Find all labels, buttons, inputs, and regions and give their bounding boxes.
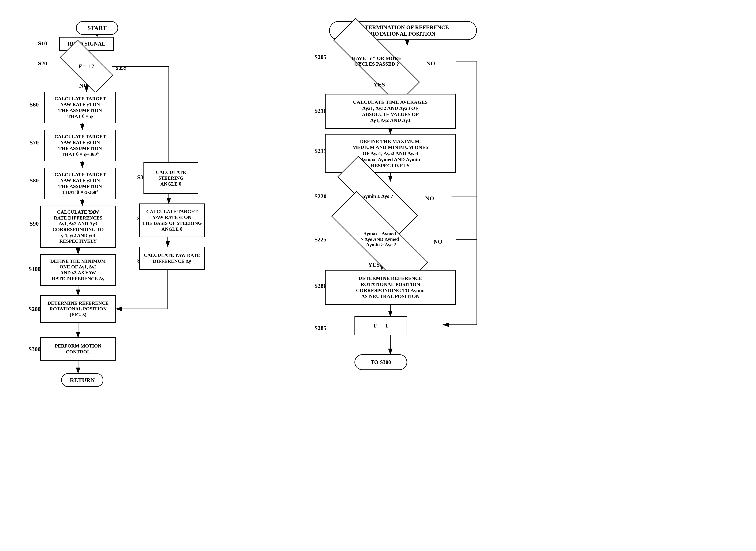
s90-label: S90: [30, 220, 39, 227]
left-flowchart: START S10 READ SIGNAL S20 F = 1 ? YES NO…: [17, 13, 207, 540]
s70-text: CALCULATE TARGETYAW RATE γ2 ONTHE ASSUMP…: [54, 134, 106, 157]
s40-text: CALCULATE TARGETYAW RATE γt ONTHE BASIS …: [142, 209, 202, 232]
s280-text: DETERMINE REFERENCEROTATIONAL POSITIONCO…: [356, 275, 425, 300]
s70-label: S70: [30, 139, 39, 146]
s100-label: S100: [28, 266, 41, 272]
return-label: RETURN: [70, 377, 95, 384]
no-f1-label: NO: [79, 82, 88, 89]
s200-node: DETERMINE REFERENCEROTATIONAL POSITION(F…: [40, 295, 116, 323]
s200-label: S200: [28, 306, 41, 313]
s225-text: Δγmax - Δγmed> Δγe AND Δγmed- Δγmin > Δγ…: [329, 221, 431, 257]
s300-node: PERFORM MOTIONCONTROL: [40, 338, 116, 361]
yes-f1-label: YES: [115, 64, 127, 71]
s285-text: F ← 1: [374, 323, 388, 329]
s210-node: CALCULATE TIME AVERAGESΔγa1, Δγa2 AND Δγ…: [325, 94, 456, 129]
s50-text: CALCULATE YAW RATEDIFFERENCE Δγ: [144, 252, 200, 264]
s80-node: CALCULATE TARGETYAW RATE γ3 ONTHE ASSUMP…: [44, 168, 116, 199]
s90-text: CALCULATE YAWRATE DIFFERENCESΔγ1, Δγ2 AN…: [52, 209, 104, 244]
flowchart-container: START S10 READ SIGNAL S20 F = 1 ? YES NO…: [0, 0, 756, 551]
s285-label: S285: [314, 325, 327, 332]
s225-diamond-container: Δγmax - Δγmed> Δγe AND Δγmed- Δγmin > Δγ…: [329, 221, 431, 257]
s40-node: CALCULATE TARGETYAW RATE γt ONTHE BASIS …: [139, 203, 205, 237]
s205-label: S205: [314, 54, 327, 60]
s280-label: S280: [314, 283, 327, 289]
s100-text: DEFINE THE MINIMUMONE OF Δγ1, Δγ2AND γ3 …: [50, 258, 106, 282]
no-s205-label: NO: [426, 60, 435, 67]
s60-label: S60: [30, 101, 39, 108]
s205-text: HAVE "n" OR MORECYCLES PASSED ?: [331, 45, 422, 77]
s60-text: CALCULATE TARGETYAW RATE γ1 ONTHE ASSUMP…: [54, 96, 106, 119]
start-label: START: [87, 24, 106, 32]
s10-label: S10: [38, 40, 47, 47]
s80-label: S80: [30, 177, 39, 184]
s30-text: CALCULATESTEERINGANGLE θ: [156, 169, 186, 187]
right-flowchart: DETERMINATION OF REFERENCEROTATIONAL POS…: [312, 13, 544, 540]
s285-node: F ← 1: [354, 316, 407, 335]
no-s220-label: NO: [425, 195, 434, 202]
s300-text: PERFORM MOTIONCONTROL: [55, 343, 101, 355]
s225-label: S225: [314, 236, 327, 243]
s20-label: S20: [38, 60, 47, 67]
to-s300-text: TO S300: [370, 359, 391, 366]
f1-diamond-container: F = 1 ?: [61, 54, 112, 79]
s220-label: S220: [314, 193, 327, 200]
no-s225-label: NO: [434, 238, 443, 245]
s300-label: S300: [28, 346, 41, 353]
return-node: RETURN: [61, 373, 103, 387]
s215-node: DEFINE THE MAXIMUM,MEDIUM AND MINIMUM ON…: [325, 134, 456, 173]
s210-text: CALCULATE TIME AVERAGESΔγa1, Δγa2 AND Δγ…: [353, 99, 428, 123]
yes-s225-label: YES: [368, 261, 380, 268]
s60-node: CALCULATE TARGETYAW RATE γ1 ONTHE ASSUMP…: [44, 92, 116, 123]
start-node: START: [76, 21, 118, 35]
yes-s205-label: YES: [373, 81, 385, 88]
s280-node: DETERMINE REFERENCEROTATIONAL POSITIONCO…: [325, 270, 456, 305]
s210-label: S210: [314, 107, 327, 114]
f1-diamond-text: F = 1 ?: [61, 54, 112, 79]
s200-text: DETERMINE REFERENCEROTATIONAL POSITION(F…: [47, 300, 108, 318]
s50-node: CALCULATE YAW RATEDIFFERENCE Δγ: [139, 247, 205, 270]
s100-node: DEFINE THE MINIMUMONE OF Δγ1, Δγ2AND γ3 …: [40, 254, 116, 286]
s80-text: CALCULATE TARGETYAW RATE γ3 ONTHE ASSUMP…: [54, 172, 106, 195]
s70-node: CALCULATE TARGETYAW RATE γ2 ONTHE ASSUMP…: [44, 130, 116, 161]
s205-diamond-container: HAVE "n" OR MORECYCLES PASSED ?: [331, 45, 422, 77]
s90-node: CALCULATE YAWRATE DIFFERENCESΔγ1, Δγ2 AN…: [40, 205, 116, 248]
s215-label: S215: [314, 148, 327, 154]
s30-node: CALCULATESTEERINGANGLE θ: [144, 162, 198, 194]
to-s300-node: TO S300: [354, 354, 407, 370]
